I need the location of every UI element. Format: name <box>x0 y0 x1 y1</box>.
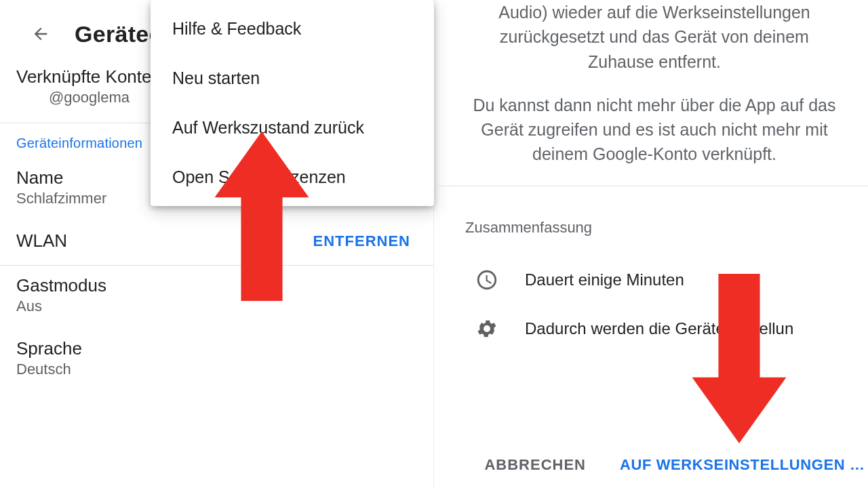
page-title: Gerätee <box>75 21 162 47</box>
row-name-label: Name <box>16 167 106 188</box>
row-guest-value: Aus <box>16 298 106 315</box>
wifi-remove-button[interactable]: ENTFERNEN <box>313 232 417 250</box>
arrow-left-icon <box>31 24 50 43</box>
row-language[interactable]: Sprache Deutsch <box>0 329 433 392</box>
summary-settings-text: Dadurch werden die Geräteeinstellun <box>525 319 793 338</box>
menu-factory-reset[interactable]: Auf Werkszustand zurück <box>151 103 434 152</box>
row-guest-mode[interactable]: Gastmodus Aus <box>0 266 433 329</box>
menu-open-source-licenses[interactable]: Open Source-Lizenzen <box>151 152 434 202</box>
row-wifi[interactable]: WLAN ENTFERNEN <box>0 221 433 265</box>
summary-heading: Zusammenfassung <box>434 186 868 256</box>
summary-item-settings: Dadurch werden die Geräteeinstellun <box>434 304 868 353</box>
confirm-factory-reset-button[interactable]: AUF WERKSEINSTELLUNGEN … <box>613 446 854 484</box>
gear-icon <box>472 314 502 344</box>
overflow-menu: Hilfe & Feedback Neu starten Auf Werkszu… <box>151 0 434 206</box>
row-language-label: Sprache <box>16 338 82 359</box>
dialog-actions: ABBRECHEN AUF WERKSEINSTELLUNGEN … <box>434 447 868 488</box>
cancel-button[interactable]: ABBRECHEN <box>476 447 594 483</box>
device-settings-screen: Gerätee Verknüpfte Konte @googlema Gerät… <box>0 0 434 488</box>
row-language-value: Deutsch <box>16 361 82 378</box>
dialog-paragraph-2: Du kannst dann nicht mehr über die App a… <box>465 93 844 167</box>
row-guest-label: Gastmodus <box>16 275 106 296</box>
back-button[interactable] <box>27 20 54 47</box>
menu-help-feedback[interactable]: Hilfe & Feedback <box>151 4 434 54</box>
row-name-value: Schlafzimmer <box>16 190 106 207</box>
summary-duration-text: Dauert einige Minuten <box>525 270 684 289</box>
clock-icon <box>472 265 502 295</box>
menu-restart[interactable]: Neu starten <box>151 54 434 103</box>
dialog-paragraph-1: Audio) wieder auf die Werkseinstellungen… <box>465 0 844 74</box>
confirm-button-label: AUF WERKSEINSTELLUNGEN … <box>620 456 865 474</box>
factory-reset-dialog: Audio) wieder auf die Werkseinstellungen… <box>434 0 868 488</box>
summary-item-duration: Dauert einige Minuten <box>434 256 868 304</box>
row-wifi-label: WLAN <box>16 230 67 251</box>
